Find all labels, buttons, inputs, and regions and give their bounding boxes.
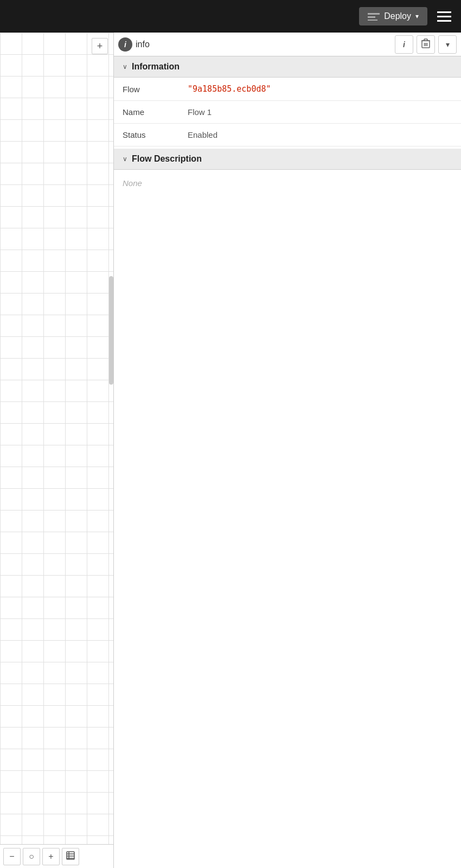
canvas-bottom-toolbar: − ○ +: [0, 844, 113, 868]
info-icon: i: [403, 40, 405, 49]
flow-value: "9a185b85.ecb0d8": [179, 78, 461, 101]
circle-icon: ○: [29, 852, 34, 861]
tab-icon: i: [118, 37, 132, 52]
table-row: Status Enabled: [114, 124, 461, 146]
panel-delete-button[interactable]: [417, 35, 435, 54]
zoom-in-button[interactable]: +: [42, 848, 60, 865]
panel-dropdown-button[interactable]: ▾: [438, 35, 457, 54]
deploy-button[interactable]: Deploy ▾: [359, 7, 427, 25]
svg-rect-1: [368, 16, 375, 18]
name-label: Name: [114, 101, 179, 124]
status-value: Enabled: [179, 124, 461, 146]
status-label: Status: [114, 124, 179, 146]
table-row: Flow "9a185b85.ecb0d8": [114, 78, 461, 101]
hamburger-icon: [437, 20, 451, 22]
panel-content: ∨ Information Flow "9a185b85.ecb0d8" Nam…: [114, 56, 461, 868]
panel-tab-title: info: [136, 40, 392, 49]
map-icon: [66, 851, 75, 862]
description-placeholder: None: [114, 170, 461, 196]
name-value: Flow 1: [179, 101, 461, 124]
deploy-icon: [368, 12, 380, 21]
delete-icon: [421, 39, 430, 50]
hamburger-icon: [437, 11, 451, 13]
hamburger-icon: [437, 16, 451, 17]
flow-label: Flow: [114, 78, 179, 101]
minus-icon: −: [9, 852, 14, 861]
panel-info-button[interactable]: i: [395, 35, 413, 54]
description-section-header[interactable]: ∨ Flow Description: [114, 149, 461, 170]
svg-rect-0: [368, 13, 380, 15]
information-section-title: Information: [132, 62, 180, 72]
map-button[interactable]: [62, 848, 79, 865]
canvas-area: + − ○ +: [0, 33, 114, 868]
chevron-down-icon: ▾: [446, 40, 450, 49]
canvas-scrollbar[interactable]: [109, 276, 113, 385]
canvas-grid[interactable]: [0, 33, 113, 844]
description-section-title: Flow Description: [132, 154, 202, 164]
zoom-out-button[interactable]: −: [3, 848, 21, 865]
hamburger-menu-button[interactable]: [433, 7, 456, 26]
panel-tab-header: i info i: [114, 33, 461, 56]
center-button[interactable]: ○: [23, 848, 40, 865]
top-navbar: Deploy ▾: [0, 0, 461, 33]
deploy-label: Deploy: [384, 11, 411, 21]
plus-icon: +: [48, 852, 53, 861]
description-chevron-icon: ∨: [123, 155, 127, 163]
svg-rect-2: [368, 20, 377, 21]
right-panel: i info i: [114, 33, 461, 868]
deploy-chevron-icon: ▾: [415, 12, 419, 20]
information-section-header[interactable]: ∨ Information: [114, 56, 461, 78]
information-chevron-icon: ∨: [123, 63, 127, 71]
main-area: + − ○ +: [0, 33, 461, 868]
information-table: Flow "9a185b85.ecb0d8" Name Flow 1 Statu…: [114, 78, 461, 146]
table-row: Name Flow 1: [114, 101, 461, 124]
